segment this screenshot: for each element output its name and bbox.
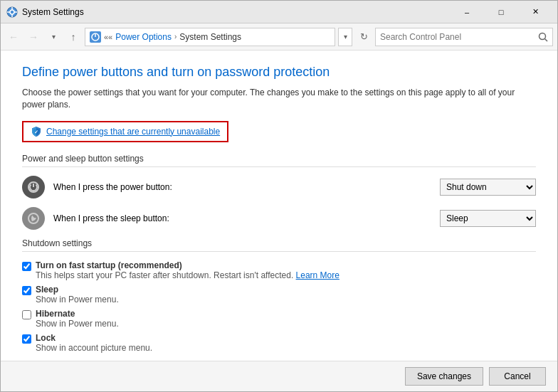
power-button-icon [22,176,45,198]
lock-label: Lock [36,333,152,343]
main-content: Define power buttons and turn on passwor… [1,51,557,361]
system-settings-window: System Settings – □ ✕ ← → ▾ ↑ «« Power O… [0,0,558,392]
fast-startup-content: Turn on fast startup (recommended) This … [36,260,339,280]
power-button-setting: When I press the power button: Shut down… [22,176,536,198]
address-dropdown-button[interactable]: ▾ [338,28,352,46]
power-icon [27,181,40,194]
svg-line-10 [545,38,548,41]
sleep-icon [27,212,40,225]
lock-item: Lock Show in account picture menu. [22,333,536,353]
lock-content: Lock Show in account picture menu. [36,333,152,353]
shutdown-section: Shutdown settings Turn on fast startup (… [22,238,536,353]
title-bar: System Settings – □ ✕ [1,1,557,23]
page-title: Define power buttons and turn on passwor… [22,65,536,80]
hibernate-checkbox[interactable] [22,310,31,319]
sleep-item: Sleep Show in Power menu. [22,285,536,304]
search-icon [538,32,548,42]
fast-startup-label: Turn on fast startup (recommended) [36,260,339,270]
svg-point-9 [539,33,546,39]
sleep-button-setting: When I press the sleep button: Sleep Shu… [22,207,536,230]
window-icon [6,6,18,18]
breadcrumb-power-options[interactable]: Power Options [115,32,172,42]
learn-more-link[interactable]: Learn More [296,270,339,280]
search-box [375,28,553,46]
power-sleep-section-title: Power and sleep button settings [22,154,536,167]
footer: Save changes Cancel [1,361,557,391]
power-options-icon [90,31,101,43]
breadcrumb-arrow: › [174,33,177,41]
sleep-button-select[interactable]: Sleep Shut down Hibernate Do nothing [440,210,536,227]
maximize-button[interactable]: □ [485,1,517,23]
sleep-button-label: When I press the sleep button: [53,213,431,223]
hibernate-item: Hibernate Show in Power menu. [22,309,536,329]
shutdown-section-title: Shutdown settings [22,238,536,252]
sleep-checkbox[interactable] [22,286,31,295]
cancel-button[interactable]: Cancel [489,367,546,386]
breadcrumb: «« Power Options › System Settings [85,28,335,46]
refresh-button[interactable]: ↻ [355,28,372,46]
window-title: System Settings [22,7,451,17]
save-changes-button[interactable]: Save changes [405,367,483,386]
page-description: Choose the power settings that you want … [22,87,536,111]
sleep-desc: Show in Power menu. [36,295,119,304]
fast-startup-checkbox[interactable] [22,262,31,271]
hibernate-desc: Show in Power menu. [36,319,119,329]
fast-startup-item: Turn on fast startup (recommended) This … [22,260,536,280]
power-button-select[interactable]: Shut down Sleep Hibernate Do nothing [440,179,536,196]
close-button[interactable]: ✕ [519,1,552,23]
window-controls: – □ ✕ [451,1,552,23]
power-button-label: When I press the power button: [53,182,431,192]
fast-startup-desc: This helps start your PC faster after sh… [36,270,339,280]
search-icon-button[interactable] [534,28,552,46]
breadcrumb-separator-1: «« [104,33,112,41]
dropdown-nav-button[interactable]: ▾ [45,28,62,46]
hibernate-label: Hibernate [36,309,119,319]
sleep-button-icon [22,207,45,230]
sleep-label: Sleep [36,285,119,295]
lock-desc: Show in account picture menu. [36,343,152,353]
minimize-button[interactable]: – [451,1,483,23]
svg-text:✓: ✓ [34,129,38,134]
change-settings-link[interactable]: ✓ Change settings that are currently una… [22,121,228,142]
shield-icon: ✓ [31,126,42,137]
address-bar: ← → ▾ ↑ «« Power Options › System Settin… [1,23,557,51]
change-settings-text[interactable]: Change settings that are currently unava… [46,127,220,137]
up-button[interactable]: ↑ [65,28,82,46]
forward-button[interactable]: → [25,28,42,46]
back-button[interactable]: ← [5,28,22,46]
hibernate-content: Hibernate Show in Power menu. [36,309,119,329]
breadcrumb-system-settings: System Settings [179,32,241,42]
sleep-content: Sleep Show in Power menu. [36,285,119,304]
search-input[interactable] [376,32,534,42]
lock-checkbox[interactable] [22,334,31,344]
